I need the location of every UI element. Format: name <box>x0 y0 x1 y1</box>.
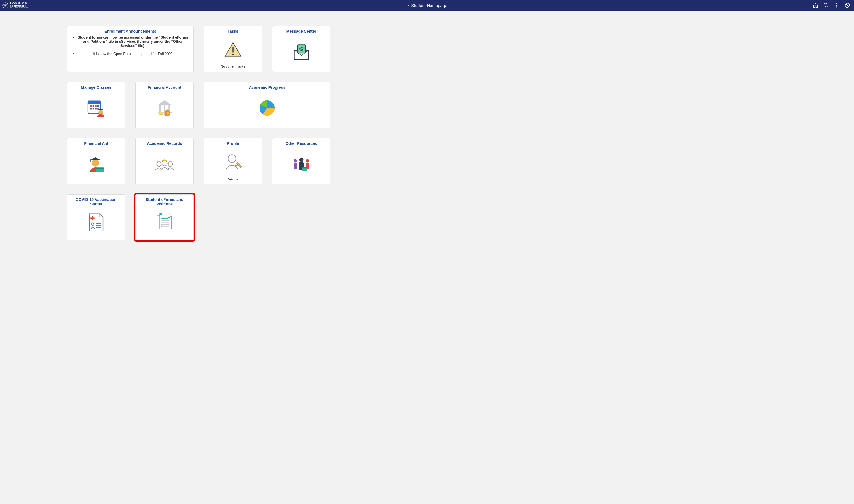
svg-point-53 <box>306 159 309 162</box>
warning-triangle-icon <box>223 35 243 65</box>
svg-marker-43 <box>161 159 168 161</box>
announcements-body: Student forms can now be accessed under … <box>72 35 188 60</box>
tile-title: Academic Progress <box>249 85 286 90</box>
svg-rect-22 <box>95 108 96 109</box>
svg-point-42 <box>162 160 167 166</box>
brand-logo-icon <box>2 2 8 8</box>
svg-point-49 <box>293 159 297 162</box>
svg-rect-17 <box>92 105 94 107</box>
svg-rect-58 <box>90 217 94 219</box>
tile-row: Enrollment Announcements Student forms c… <box>67 26 787 72</box>
brand-text: LOS RIOS COMMUNITY COLLEGE DISTRICT <box>10 2 28 8</box>
tile-title: COVID-19 Vaccination Status <box>72 197 120 206</box>
svg-line-7 <box>846 4 849 7</box>
brand: LOS RIOS COMMUNITY COLLEGE DISTRICT <box>2 2 28 8</box>
svg-marker-36 <box>90 157 101 160</box>
home-icon[interactable] <box>813 2 818 8</box>
svg-point-3 <box>836 3 837 4</box>
svg-marker-26 <box>158 100 171 104</box>
announcement-item: It is now the Open Enrollment period for… <box>77 52 188 56</box>
svg-rect-18 <box>95 105 96 107</box>
tile-row: Manage Classes Financial Account <box>67 82 787 128</box>
svg-marker-45 <box>167 160 173 162</box>
tile-covid-vaccination-status[interactable]: COVID-19 Vaccination Status <box>67 194 125 240</box>
tile-financial-account[interactable]: Financial Account <box>135 82 194 128</box>
tile-title: Message Center <box>286 29 316 34</box>
calendar-student-icon <box>86 91 107 124</box>
medical-record-icon <box>87 208 105 237</box>
person-edit-icon <box>222 147 244 177</box>
tile-other-resources[interactable]: Other Resources <box>272 138 330 184</box>
envelope-at-icon: @ <box>291 35 311 68</box>
svg-rect-56 <box>302 167 307 168</box>
svg-point-44 <box>168 162 172 166</box>
pie-chart-icon <box>256 91 278 124</box>
tile-academic-records[interactable]: Academic Records <box>135 138 194 184</box>
tile-title: Other Resources <box>286 141 317 146</box>
svg-rect-19 <box>97 105 98 107</box>
tile-title: Profile <box>227 141 239 146</box>
chevron-down-icon <box>407 4 410 7</box>
tile-row: Financial Aid Academic Records <box>67 138 787 184</box>
svg-text:@: @ <box>299 46 303 51</box>
announcement-item: Student forms can now be accessed under … <box>77 35 188 48</box>
svg-point-35 <box>92 159 99 166</box>
search-icon[interactable] <box>823 2 829 8</box>
tile-title: Financial Account <box>148 85 181 90</box>
tile-title: Academic Records <box>147 141 182 146</box>
header-actions <box>813 2 852 8</box>
page-title: Student Homepage <box>411 3 447 8</box>
forms-stack-icon <box>155 208 175 237</box>
svg-rect-16 <box>90 105 92 107</box>
actions-menu-icon[interactable] <box>834 2 839 8</box>
svg-rect-37 <box>90 159 90 162</box>
svg-point-4 <box>836 5 837 5</box>
svg-rect-23 <box>97 108 98 109</box>
svg-point-32 <box>158 112 163 114</box>
graduates-group-icon <box>153 147 176 181</box>
app-header: LOS RIOS COMMUNITY COLLEGE DISTRICT Stud… <box>0 0 854 11</box>
svg-rect-20 <box>90 108 92 109</box>
svg-rect-27 <box>159 105 161 112</box>
people-group-icon <box>290 147 313 181</box>
tile-title: Tasks <box>228 29 238 34</box>
page-title-dropdown[interactable]: Student Homepage <box>407 3 447 8</box>
svg-rect-50 <box>294 163 297 169</box>
svg-point-5 <box>836 6 837 7</box>
tile-message-center[interactable]: Message Center @ <box>272 26 330 72</box>
tile-academic-progress[interactable]: Academic Progress <box>204 82 330 128</box>
sign-out-icon[interactable] <box>844 2 850 8</box>
tile-title: Manage Classes <box>81 85 111 90</box>
svg-marker-41 <box>156 160 162 162</box>
graduate-card-icon <box>86 147 107 181</box>
svg-point-10 <box>232 54 234 55</box>
tile-footer: No current tasks <box>221 65 245 68</box>
svg-rect-39 <box>96 167 104 169</box>
tile-footer: Katrina <box>228 177 238 181</box>
svg-point-1 <box>824 3 828 7</box>
tile-manage-classes[interactable]: Manage Classes <box>67 82 125 128</box>
svg-point-40 <box>157 162 161 166</box>
tile-tasks[interactable]: Tasks No current tasks <box>204 26 262 72</box>
bank-coins-icon <box>154 91 176 124</box>
svg-rect-15 <box>88 101 101 104</box>
svg-line-2 <box>827 6 828 7</box>
tile-title: Enrollment Announcements <box>104 29 156 34</box>
svg-rect-28 <box>164 105 165 112</box>
svg-point-24 <box>98 110 103 115</box>
brand-line3: COLLEGE DISTRICT <box>10 7 28 8</box>
svg-point-33 <box>167 112 169 114</box>
tile-enrollment-announcements[interactable]: Enrollment Announcements Student forms c… <box>67 26 194 72</box>
tile-financial-aid[interactable]: Financial Aid <box>67 138 125 184</box>
svg-point-46 <box>228 155 236 162</box>
tile-title: Financial Aid <box>84 141 108 146</box>
svg-rect-21 <box>92 108 94 109</box>
tile-student-eforms-petitions[interactable]: Student eForms and Petitions <box>135 194 194 240</box>
tile-grid: Enrollment Announcements Student forms c… <box>0 11 854 262</box>
svg-marker-47 <box>236 162 241 168</box>
svg-point-51 <box>299 157 303 162</box>
tile-profile[interactable]: Profile Katrina <box>204 138 262 184</box>
tile-title: Student eForms and Petitions <box>141 197 188 206</box>
tile-row: COVID-19 Vaccination Status Student eFor… <box>67 194 787 240</box>
